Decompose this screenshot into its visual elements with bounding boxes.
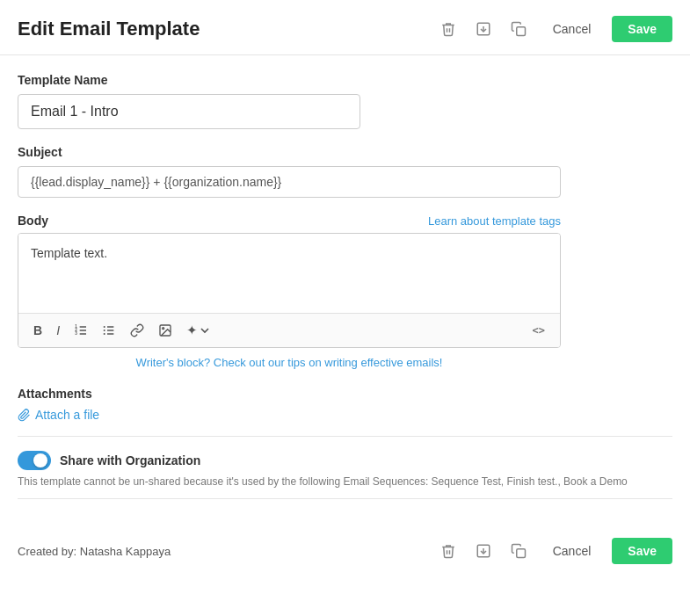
ordered-list-button[interactable]: 1 2 3 [68,320,94,341]
toolbar-left: B I 1 2 3 [27,319,218,342]
subject-label: Subject [18,145,672,159]
code-button[interactable]: <> [527,321,551,340]
copy-icon [511,21,527,37]
editor-container: Template text. B I [18,233,561,348]
delete-button[interactable] [435,18,461,40]
footer: Created by: Natasha Kappaya [0,525,690,576]
writers-block-link[interactable]: Writer's block? Check out our tips on wr… [136,356,443,369]
paperclip-icon [18,409,31,422]
copy-button[interactable] [505,18,532,40]
header-actions: Cancel Save [435,16,672,42]
template-name-group: Template Name [18,73,672,129]
copy-icon [511,543,527,559]
attachments-section: Attachments Attach a file [18,387,672,422]
svg-rect-19 [516,549,525,558]
footer-save-button[interactable]: Save [612,538,672,564]
svg-point-12 [104,326,105,328]
footer-actions: Cancel Save [435,538,672,564]
trash-icon [440,21,456,37]
svg-text:3: 3 [75,331,77,336]
attach-file-label: Attach a file [35,408,99,422]
toggle-knob [33,453,47,467]
image-icon [158,323,172,337]
italic-button[interactable]: I [50,320,66,341]
save-button[interactable]: Save [612,16,672,42]
body-header: Body Learn about template tags [18,214,561,228]
attach-file-link[interactable]: Attach a file [18,408,672,422]
footer-delete-button[interactable] [435,540,461,562]
download-icon [476,21,491,37]
download-icon [476,543,491,559]
template-name-input[interactable] [18,94,360,129]
download-button[interactable] [470,18,497,40]
svg-rect-2 [516,27,525,36]
divider-2 [18,498,672,499]
footer-cancel-button[interactable]: Cancel [541,539,604,563]
link-icon [130,323,144,337]
footer-download-button[interactable] [470,540,497,562]
share-description: This template cannot be un-shared becaus… [18,474,672,489]
bold-button[interactable]: B [27,320,48,341]
created-by: Created by: Natasha Kappaya [18,545,171,558]
template-name-label: Template Name [18,73,672,87]
share-header: Share with Organization [18,451,672,470]
page-title: Edit Email Template [18,18,200,40]
link-button[interactable] [124,320,150,341]
attachments-label: Attachments [18,387,672,401]
editor-toolbar: B I 1 2 3 [18,313,560,347]
editor-body[interactable]: Template text. [18,234,560,313]
cancel-button[interactable]: Cancel [541,17,604,41]
page-container: Edit Email Template [0,0,690,616]
main-content: Template Name Subject Body Learn about t… [0,55,690,525]
share-title: Share with Organization [60,453,200,467]
ordered-list-icon: 1 2 3 [74,323,88,337]
divider-1 [18,436,672,437]
unordered-list-button[interactable] [96,320,122,341]
subject-group: Subject [18,145,672,198]
share-section: Share with Organization This template ca… [18,451,672,489]
body-group: Body Learn about template tags Template … [18,214,672,369]
share-toggle[interactable] [18,451,51,470]
chevron-down-icon [198,323,212,337]
svg-point-13 [104,330,105,331]
body-label: Body [18,214,48,228]
sparkle-button[interactable]: ✦ [180,319,218,342]
writers-block: Writer's block? Check out our tips on wr… [18,355,561,369]
svg-point-16 [163,328,164,330]
trash-icon [440,543,456,559]
image-button[interactable] [152,320,178,341]
subject-input[interactable] [18,166,561,198]
svg-point-14 [104,333,105,335]
learn-tags-link[interactable]: Learn about template tags [428,214,561,228]
footer-copy-button[interactable] [505,540,532,562]
unordered-list-icon [102,323,116,337]
header: Edit Email Template [0,0,690,55]
